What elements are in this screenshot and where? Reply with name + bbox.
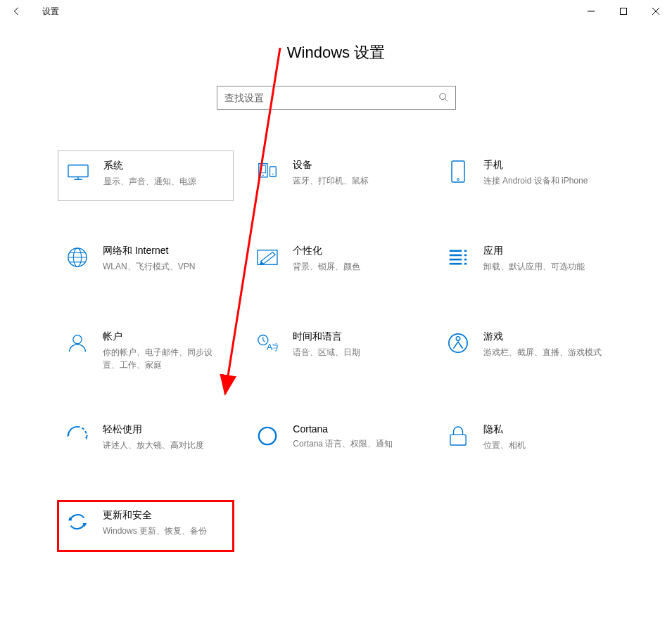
tile-desc: 语音、区域、日期 — [293, 346, 417, 359]
tile-text: 帐户你的帐户、电子邮件、同步设置、工作、家庭 — [103, 330, 227, 371]
tile-text: CortanaCortana 语言、权限、通知 — [293, 423, 417, 450]
tile-desc: 位置、相机 — [483, 439, 607, 451]
network-icon — [65, 245, 90, 270]
tile-desc: 连接 Android 设备和 iPhone — [483, 174, 607, 187]
tile-text: 轻松使用讲述人、放大镜、高对比度 — [103, 423, 227, 451]
tile-text: 隐私位置、相机 — [483, 423, 607, 451]
svg-point-28 — [259, 428, 276, 444]
accounts-icon — [65, 330, 90, 356]
titlebar-left: 设置 — [6, 0, 59, 23]
tile-text: 手机连接 Android 设备和 iPhone — [483, 159, 607, 187]
tile-desc: 讲述人、放大镜、高对比度 — [103, 439, 227, 451]
tile-gaming[interactable]: 游戏游戏栏、截屏、直播、游戏模式 — [438, 322, 614, 380]
svg-point-21 — [73, 335, 82, 344]
devices-icon — [255, 159, 280, 184]
tile-network[interactable]: 网络和 InternetWLAN、飞行模式、VPN — [58, 236, 234, 287]
tile-title: Cortana — [293, 423, 417, 435]
apps-icon — [445, 245, 471, 270]
search-icon — [438, 92, 448, 104]
maximize-icon — [620, 8, 627, 15]
tile-apps[interactable]: 应用卸载、默认应用、可选功能 — [438, 236, 614, 287]
tile-title: 帐户 — [103, 330, 227, 343]
tile-devices[interactable]: 设备蓝牙、打印机、鼠标 — [248, 150, 424, 201]
tile-accounts[interactable]: 帐户你的帐户、电子邮件、同步设置、工作、家庭 — [58, 322, 234, 380]
svg-point-25 — [456, 337, 460, 341]
svg-rect-18 — [464, 255, 467, 257]
svg-rect-2 — [68, 165, 88, 177]
time-language-icon: A字 — [255, 330, 280, 356]
search-container — [0, 86, 672, 110]
gaming-icon — [445, 330, 471, 356]
svg-rect-8 — [452, 161, 464, 182]
svg-rect-14 — [449, 255, 462, 257]
svg-rect-13 — [449, 250, 462, 252]
svg-rect-16 — [449, 263, 462, 265]
tile-title: 系统 — [103, 160, 226, 172]
personalization-icon — [255, 245, 280, 270]
tile-text: 个性化背景、锁屏、颜色 — [293, 245, 417, 273]
svg-rect-19 — [464, 259, 467, 261]
tile-cortana[interactable]: CortanaCortana 语言、权限、通知 — [248, 415, 424, 465]
svg-point-1 — [439, 93, 445, 99]
svg-rect-6 — [270, 167, 277, 176]
search-box[interactable] — [217, 86, 456, 110]
tile-ease-of-access[interactable]: 轻松使用讲述人、放大镜、高对比度 — [58, 415, 234, 465]
svg-rect-20 — [464, 263, 467, 265]
search-input[interactable] — [224, 92, 438, 103]
tile-desc: 游戏栏、截屏、直播、游戏模式 — [483, 346, 607, 359]
svg-point-7 — [272, 174, 274, 175]
svg-rect-15 — [449, 259, 462, 261]
tile-personalization[interactable]: 个性化背景、锁屏、颜色 — [248, 236, 424, 287]
tile-title: 手机 — [483, 159, 607, 172]
tile-text: 时间和语言语音、区域、日期 — [293, 330, 417, 359]
tile-update-security[interactable]: 更新和安全Windows 更新、恢复、备份 — [58, 501, 234, 551]
tile-text: 游戏游戏栏、截屏、直播、游戏模式 — [483, 330, 607, 359]
phone-icon — [445, 159, 471, 184]
tile-desc: WLAN、飞行模式、VPN — [103, 260, 227, 273]
svg-point-9 — [457, 179, 459, 181]
svg-point-5 — [262, 174, 264, 176]
tile-desc: 蓝牙、打印机、鼠标 — [293, 174, 417, 187]
page-heading: Windows 设置 — [0, 42, 672, 63]
back-button[interactable] — [6, 0, 28, 23]
minimize-icon — [588, 8, 595, 15]
svg-rect-17 — [464, 250, 467, 252]
tile-text: 网络和 InternetWLAN、飞行模式、VPN — [103, 245, 227, 273]
tile-system[interactable]: 系统显示、声音、通知、电源 — [58, 150, 234, 201]
update-security-icon — [65, 509, 90, 534]
tile-text: 应用卸载、默认应用、可选功能 — [483, 245, 607, 273]
svg-text:A字: A字 — [267, 342, 278, 352]
tile-title: 设备 — [293, 159, 417, 172]
tile-desc: Cortana 语言、权限、通知 — [293, 437, 417, 450]
tile-text: 系统显示、声音、通知、电源 — [103, 160, 226, 188]
svg-rect-4 — [261, 165, 266, 173]
close-icon — [652, 8, 659, 15]
tile-privacy[interactable]: 隐私位置、相机 — [438, 415, 614, 465]
tile-desc: 你的帐户、电子邮件、同步设置、工作、家庭 — [103, 346, 227, 371]
tile-title: 个性化 — [293, 245, 417, 257]
titlebar: 设置 — [0, 0, 672, 23]
privacy-icon — [445, 423, 471, 449]
tile-time-language[interactable]: A字时间和语言语音、区域、日期 — [248, 322, 424, 380]
close-button[interactable] — [640, 0, 672, 23]
tile-title: 网络和 Internet — [103, 245, 227, 257]
svg-rect-0 — [621, 8, 627, 15]
tile-title: 游戏 — [483, 330, 607, 343]
tile-title: 时间和语言 — [293, 330, 417, 343]
tile-title: 应用 — [483, 245, 607, 257]
tile-desc: 背景、锁屏、颜色 — [293, 260, 417, 273]
tile-text: 设备蓝牙、打印机、鼠标 — [293, 159, 417, 187]
ease-of-access-icon — [65, 423, 90, 449]
tile-desc: 卸载、默认应用、可选功能 — [483, 260, 607, 273]
tile-desc: Windows 更新、恢复、备份 — [103, 525, 227, 537]
arrow-left-icon — [12, 6, 22, 16]
maximize-button[interactable] — [607, 0, 640, 23]
svg-rect-29 — [450, 435, 466, 445]
tile-desc: 显示、声音、通知、电源 — [103, 175, 226, 188]
tile-title: 更新和安全 — [103, 509, 227, 522]
tile-phone[interactable]: 手机连接 Android 设备和 iPhone — [438, 150, 614, 201]
window-title: 设置 — [42, 6, 59, 18]
minimize-button[interactable] — [575, 0, 607, 23]
system-icon — [65, 160, 91, 185]
tile-title: 隐私 — [483, 423, 607, 436]
